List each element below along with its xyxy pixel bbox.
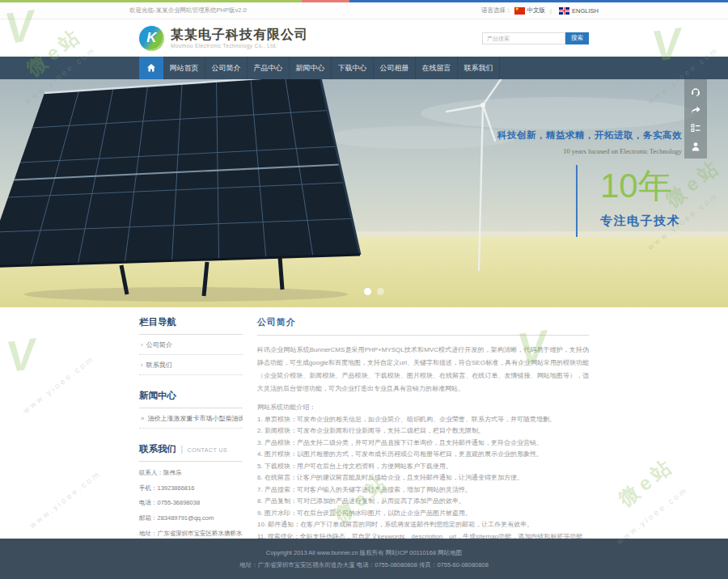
company-name: 某某电子科技有限公司: [171, 27, 308, 42]
nav-home-button[interactable]: [139, 57, 163, 79]
footer: Copyright 2013 All www.bunner.cn 版权所有 网站…: [0, 539, 728, 579]
nav-menu-item[interactable]: 网站首页: [163, 57, 205, 79]
slider-pagination: [364, 288, 390, 295]
nav-menu-item[interactable]: 下载中心: [332, 57, 374, 79]
nav-menu-item[interactable]: 公司相册: [374, 57, 416, 79]
accent-blue-segment: [349, 0, 728, 2]
feature-item: 10. 邮件通知：在客户下订单或留言的同时，系统将发送邮件到您指定的邮箱，让工作…: [257, 519, 589, 531]
banner-decade-block: 10年 专注电子技术: [576, 165, 680, 237]
search-input[interactable]: [482, 32, 565, 44]
lang-chinese-link[interactable]: 中文版: [527, 6, 546, 15]
copyright-line: Copyright 2013 All www.bunner.cn 版权所有 网站…: [0, 547, 728, 559]
feature-item: 5. 下载模块：用户可在后台上传文档资料，方便网站客户下载使用。: [257, 461, 589, 473]
address-line: 地址：广东省深圳市宝安区福永街道办大厦 电话：0755-08080808 传真：…: [0, 559, 728, 571]
feature-item: 9. 图片水印：可在后台设置公司的水印图片，以防止企业产品图片被盗用。: [257, 508, 589, 520]
sidebar-nav-list: ›公司简介 ›联系我们: [139, 335, 243, 375]
feature-item: 8. 产品复制：可对已添加的产品进行复制，从而提高了添加产品的效率。: [257, 496, 589, 508]
nav-menu-item[interactable]: 新闻中心: [290, 57, 332, 79]
banner-slogan: 科技创新，精益求精，开拓进取，务实高效 10 years focused on …: [497, 129, 682, 155]
decade-big-text: 10年: [600, 168, 680, 204]
main-content: 栏目导航 ›公司简介 ›联系我们 新闻中心 »油价上涨激发重卡市场小型柴油设备出…: [0, 307, 728, 539]
sidebar-news-list: »油价上涨激发重卡市场小型柴油设备出: [139, 408, 243, 429]
accent-green-segment: [0, 0, 302, 2]
main-nav: 网站首页 公司简介 产品中心 新闻中心 下载中心 公司相册 在线留言 联系我们: [0, 57, 728, 79]
double-chevron-icon: »: [141, 415, 144, 422]
company-intro-paragraph: 科讯企业网站系统BunnerCMS是采用PHP+MYSQL技术和MVC模式进行开…: [257, 344, 589, 395]
company-name-en: Moumou Electronic Technology Co., Ltd.: [171, 43, 308, 49]
top-accent-bar: [0, 0, 728, 2]
share-icon[interactable]: [690, 104, 701, 116]
sidebar-nav-link[interactable]: ›公司简介: [139, 335, 243, 355]
order-form-icon[interactable]: [690, 122, 701, 133]
sidebar-contact-title: 联系我们 | CONTACT US: [139, 443, 243, 462]
feature-item: 11. 搜索优化：全站支持伪静态，可自定义keywords、descriptio…: [257, 531, 589, 539]
contact-line: 邮箱：283489791@qq.com: [139, 513, 243, 523]
logo-k-icon: K: [139, 26, 164, 51]
language-label: 语言选择：: [481, 6, 512, 15]
sidebar-nav-title: 栏目导航: [139, 316, 243, 335]
feature-item: 1. 单页模块：可发布企业的相关信息，如企业简介、组织机构、企业荣誉、联系方式等…: [257, 414, 589, 426]
feature-item: 3. 产品模块：产品支持二级分类，并可对产品直接下订单询价，且支持邮件通知，更符…: [257, 437, 589, 450]
nav-menu-item[interactable]: 在线留言: [416, 57, 458, 79]
nav-menu-item[interactable]: 产品中心: [248, 57, 290, 79]
feature-item: 4. 图片模块：以图片相册的方式，可发布成长历程或公司相册等栏目，更直观的展示企…: [257, 449, 589, 461]
nav-menu-item[interactable]: 联系我们: [458, 57, 500, 79]
feature-item: 6. 在线留言：让客户的建议留言能及时反馈给企业，且支持邮件通知，让沟通变得更加…: [257, 472, 589, 484]
features-title: 网站系统功能介绍：: [257, 402, 589, 414]
slider-dot-active[interactable]: [364, 288, 371, 295]
contact-line: 地址：广东省深圳市宝安区桥水塘桥水大厦: [139, 529, 243, 539]
headset-icon[interactable]: [690, 86, 701, 97]
contact-line: 手机：13923866816: [139, 484, 243, 493]
home-icon: [146, 63, 156, 73]
topbar: 欢迎光临-某某企业网站管理系统PHP版v2.0 语言选择： 中文版 | ENGL…: [0, 2, 728, 19]
decade-sub-text: 专注电子技术: [600, 213, 680, 229]
slider-dot[interactable]: [377, 288, 384, 295]
chevron-right-icon: ›: [141, 341, 143, 349]
features-list: 1. 单页模块：可发布企业的相关信息，如企业简介、组织机构、企业荣誉、联系方式等…: [257, 414, 589, 539]
contact-title-en: CONTACT US: [187, 447, 227, 453]
page-title: 公司简介: [257, 316, 589, 336]
header: K 某某电子科技有限公司 Moumou Electronic Technolog…: [0, 19, 728, 57]
feature-item: 7. 产品搜索：可对客户输入的关键字进行产品搜索，增加了网站的灵活性。: [257, 484, 589, 497]
company-logo[interactable]: K 某某电子科技有限公司 Moumou Electronic Technolog…: [139, 26, 308, 51]
contact-line: 联系人：陈伟乐: [139, 468, 243, 478]
feature-item: 2. 新闻模块：可发布企业新闻和行业新闻等，支持二级栏目，栏目个数无限制。: [257, 425, 589, 437]
search-button[interactable]: 搜索: [565, 32, 589, 44]
floating-toolbar: [684, 79, 707, 158]
language-switcher: 语言选择： 中文版 | ENGLISH: [481, 6, 599, 15]
accent-salmon-segment: [302, 0, 349, 2]
uk-flag-icon: [559, 7, 569, 15]
contact-info: 联系人：陈伟乐 手机：13923866816 电话：0755-36898038 …: [139, 468, 243, 539]
sidebar-nav-link[interactable]: ›联系我们: [139, 355, 243, 375]
sidebar-news-link[interactable]: »油价上涨激发重卡市场小型柴油设备出: [139, 408, 243, 429]
contact-person-icon[interactable]: [690, 141, 701, 152]
contact-line: 电话：0755-36898038: [139, 498, 243, 508]
lang-separator: |: [550, 7, 552, 15]
hero-banner: 科技创新，精益求精，开拓进取，务实高效 10 years focused on …: [0, 79, 728, 307]
chevron-right-icon: ›: [141, 361, 143, 369]
content-area: 公司简介 科讯企业网站系统BunnerCMS是采用PHP+MYSQL技术和MVC…: [257, 316, 589, 539]
lang-english-link[interactable]: ENGLISH: [572, 7, 599, 15]
slogan-cn: 科技创新，精益求精，开拓进取，务实高效: [497, 129, 682, 142]
sidebar: 栏目导航 ›公司简介 ›联系我们 新闻中心 »油价上涨激发重卡市场小型柴油设备出…: [139, 316, 243, 539]
product-search: 搜索: [482, 32, 589, 44]
slogan-en: 10 years focused on Electronic Technolog…: [497, 147, 682, 155]
nav-menu-item[interactable]: 公司简介: [205, 57, 248, 79]
china-flag-icon: [514, 7, 525, 15]
sidebar-news-title: 新闻中心: [139, 390, 243, 408]
title-divider: |: [180, 444, 183, 454]
welcome-text: 欢迎光临-某某企业网站管理系统PHP版v2.0: [129, 6, 247, 15]
